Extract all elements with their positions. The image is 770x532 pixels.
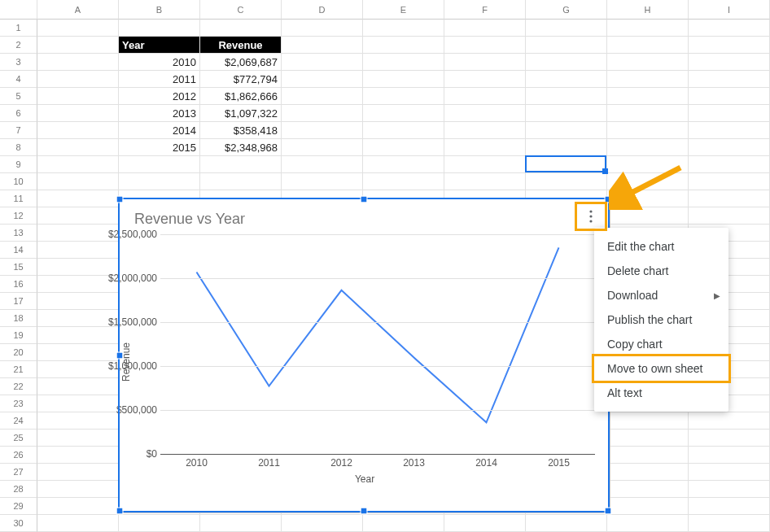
row-header-13[interactable]: 13 bbox=[0, 225, 37, 242]
cell-I24[interactable] bbox=[689, 412, 770, 430]
row-header-18[interactable]: 18 bbox=[0, 310, 37, 327]
cell-D3[interactable] bbox=[282, 54, 363, 71]
cell-I5[interactable] bbox=[689, 88, 770, 105]
column-header-E[interactable]: E bbox=[363, 0, 444, 20]
cell-I4[interactable] bbox=[689, 71, 770, 88]
embedded-chart[interactable]: Revenue vs Year Revenue $0$500,000$1,000… bbox=[119, 198, 610, 513]
cell-H8[interactable] bbox=[607, 139, 689, 156]
cell-E8[interactable] bbox=[363, 139, 444, 156]
cell-H24[interactable] bbox=[607, 412, 689, 430]
cell-I6[interactable] bbox=[689, 105, 770, 122]
cell-C4[interactable]: $772,794 bbox=[200, 71, 282, 88]
cell-D6[interactable] bbox=[282, 105, 363, 122]
cell-H4[interactable] bbox=[607, 71, 689, 88]
cell-I11[interactable] bbox=[689, 190, 770, 207]
row-header-2[interactable]: 2 bbox=[0, 37, 37, 54]
cell-A1[interactable] bbox=[37, 20, 119, 37]
cell-A22[interactable] bbox=[37, 378, 119, 395]
cell-G4[interactable] bbox=[526, 71, 607, 88]
cell-E30[interactable] bbox=[363, 515, 444, 532]
cell-A7[interactable] bbox=[37, 122, 119, 139]
cell-H26[interactable] bbox=[607, 447, 689, 464]
cell-H1[interactable] bbox=[607, 20, 689, 37]
cell-E7[interactable] bbox=[363, 122, 444, 139]
cell-A9[interactable] bbox=[37, 156, 119, 173]
row-header-15[interactable]: 15 bbox=[0, 259, 37, 276]
row-header-4[interactable]: 4 bbox=[0, 71, 37, 88]
cell-C5[interactable]: $1,862,666 bbox=[200, 88, 282, 105]
cell-D30[interactable] bbox=[282, 515, 363, 532]
cell-G2[interactable] bbox=[526, 37, 607, 54]
cell-I1[interactable] bbox=[689, 20, 770, 37]
cell-I28[interactable] bbox=[689, 481, 770, 498]
cell-F2[interactable] bbox=[444, 37, 526, 54]
cell-I12[interactable] bbox=[689, 207, 770, 225]
cell-A20[interactable] bbox=[37, 344, 119, 361]
cell-A5[interactable] bbox=[37, 88, 119, 105]
cell-D1[interactable] bbox=[282, 20, 363, 37]
cell-A27[interactable] bbox=[37, 464, 119, 481]
cell-H9[interactable] bbox=[607, 156, 689, 173]
cell-A25[interactable] bbox=[37, 430, 119, 447]
row-header-5[interactable]: 5 bbox=[0, 88, 37, 105]
cell-E5[interactable] bbox=[363, 88, 444, 105]
cell-H25[interactable] bbox=[607, 430, 689, 447]
cell-C1[interactable] bbox=[200, 20, 282, 37]
cell-I27[interactable] bbox=[689, 464, 770, 481]
row-header-11[interactable]: 11 bbox=[0, 190, 37, 207]
cell-H3[interactable] bbox=[607, 54, 689, 71]
cell-G3[interactable] bbox=[526, 54, 607, 71]
cell-B8[interactable]: 2015 bbox=[119, 139, 200, 156]
row-header-3[interactable]: 3 bbox=[0, 54, 37, 71]
cell-I7[interactable] bbox=[689, 122, 770, 139]
cell-D9[interactable] bbox=[282, 156, 363, 173]
cell-H2[interactable] bbox=[607, 37, 689, 54]
column-header-I[interactable]: I bbox=[689, 0, 770, 20]
cell-G6[interactable] bbox=[526, 105, 607, 122]
cell-F10[interactable] bbox=[444, 173, 526, 190]
cell-H5[interactable] bbox=[607, 88, 689, 105]
row-header-1[interactable]: 1 bbox=[0, 20, 37, 37]
cell-B4[interactable]: 2011 bbox=[119, 71, 200, 88]
cell-B6[interactable]: 2013 bbox=[119, 105, 200, 122]
cell-H7[interactable] bbox=[607, 122, 689, 139]
cell-H28[interactable] bbox=[607, 481, 689, 498]
cell-I26[interactable] bbox=[689, 447, 770, 464]
cell-D2[interactable] bbox=[282, 37, 363, 54]
cell-E6[interactable] bbox=[363, 105, 444, 122]
cell-F6[interactable] bbox=[444, 105, 526, 122]
cell-A4[interactable] bbox=[37, 71, 119, 88]
cell-A14[interactable] bbox=[37, 242, 119, 259]
cell-E10[interactable] bbox=[363, 173, 444, 190]
row-header-16[interactable]: 16 bbox=[0, 276, 37, 293]
cell-A29[interactable] bbox=[37, 498, 119, 515]
cell-C2[interactable]: Revenue bbox=[200, 37, 282, 54]
cell-B5[interactable]: 2012 bbox=[119, 88, 200, 105]
cell-F7[interactable] bbox=[444, 122, 526, 139]
row-header-12[interactable]: 12 bbox=[0, 207, 37, 225]
cell-F5[interactable] bbox=[444, 88, 526, 105]
row-header-10[interactable]: 10 bbox=[0, 173, 37, 190]
cell-H27[interactable] bbox=[607, 464, 689, 481]
cell-I2[interactable] bbox=[689, 37, 770, 54]
cell-B1[interactable] bbox=[119, 20, 200, 37]
row-header-25[interactable]: 25 bbox=[0, 430, 37, 447]
cell-E4[interactable] bbox=[363, 71, 444, 88]
cell-I10[interactable] bbox=[689, 173, 770, 190]
cell-A2[interactable] bbox=[37, 37, 119, 54]
column-header-A[interactable]: A bbox=[37, 0, 119, 20]
cell-G7[interactable] bbox=[526, 122, 607, 139]
cell-A30[interactable] bbox=[37, 515, 119, 532]
column-header-D[interactable]: D bbox=[282, 0, 363, 20]
cell-A10[interactable] bbox=[37, 173, 119, 190]
cell-G1[interactable] bbox=[526, 20, 607, 37]
menu-item-move-to-own-sheet[interactable]: Move to own sheet bbox=[594, 356, 728, 381]
cell-C7[interactable]: $358,418 bbox=[200, 122, 282, 139]
chart-options-button[interactable] bbox=[583, 207, 599, 226]
row-header-23[interactable]: 23 bbox=[0, 395, 37, 412]
cell-B3[interactable]: 2010 bbox=[119, 54, 200, 71]
cell-A8[interactable] bbox=[37, 139, 119, 156]
row-header-27[interactable]: 27 bbox=[0, 464, 37, 481]
cell-B7[interactable]: 2014 bbox=[119, 122, 200, 139]
cell-B2[interactable]: Year bbox=[119, 37, 200, 54]
